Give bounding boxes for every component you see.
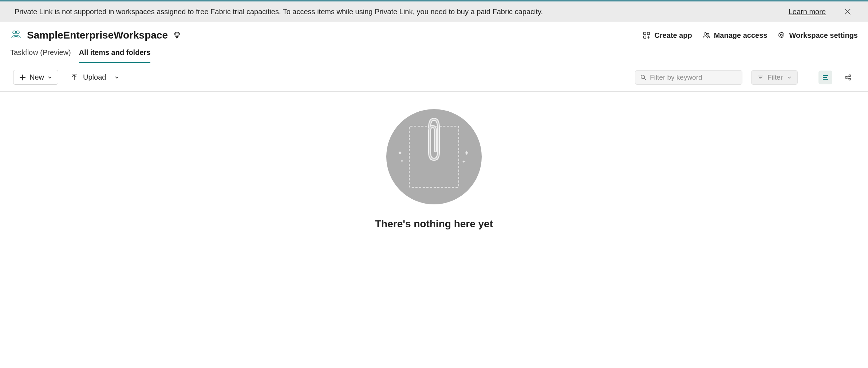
diamond-icon [173, 31, 181, 39]
filter-button[interactable]: Filter [751, 70, 798, 85]
header-actions: Create app Manage access Workspace setti… [643, 31, 858, 40]
upload-button[interactable]: Upload [67, 70, 123, 84]
banner-close-button[interactable] [842, 6, 853, 17]
empty-state-title: There's nothing here yet [375, 218, 493, 230]
chevron-down-icon [115, 75, 119, 80]
toolbar-divider [808, 72, 808, 83]
svg-point-16 [781, 34, 783, 36]
svg-rect-10 [647, 32, 650, 35]
chevron-down-icon [48, 75, 52, 80]
new-button-label: New [29, 73, 44, 81]
svg-point-14 [704, 33, 706, 35]
tab-bar: Taskflow (Preview) All items and folders [0, 44, 868, 63]
people-icon [702, 31, 710, 39]
tab-all-items[interactable]: All items and folders [79, 48, 151, 63]
workspace-icon [10, 29, 22, 41]
empty-state-illustration: ✦ ✦ ✦ ✦ [386, 109, 482, 204]
list-icon [822, 74, 829, 81]
filter-keyword-input[interactable] [650, 73, 737, 81]
tab-taskflow[interactable]: Taskflow (Preview) [10, 48, 71, 63]
dashed-document-icon [409, 126, 459, 188]
sparkle-icon: ✦ [400, 159, 404, 164]
plus-icon [19, 74, 26, 81]
create-app-label: Create app [654, 31, 692, 40]
toolbar: New Upload Filter [0, 63, 868, 92]
gear-icon [777, 31, 785, 39]
svg-line-32 [847, 76, 849, 77]
svg-line-22 [644, 78, 646, 80]
empty-state: ✦ ✦ ✦ ✦ There's nothing here yet [0, 92, 868, 230]
app-icon [643, 31, 651, 39]
list-view-button[interactable] [818, 71, 832, 84]
sparkle-icon: ✦ [397, 149, 403, 157]
filter-icon [757, 75, 763, 80]
svg-point-21 [641, 75, 644, 79]
banner-learn-more-link[interactable]: Learn more [789, 8, 826, 16]
notification-banner: Private Link is not supported in workspa… [0, 1, 868, 22]
svg-point-2 [13, 31, 16, 34]
svg-point-3 [16, 31, 19, 34]
new-button[interactable]: New [13, 70, 58, 85]
manage-access-label: Manage access [714, 31, 768, 40]
close-icon [844, 8, 851, 15]
svg-line-33 [847, 78, 849, 79]
svg-point-15 [707, 33, 709, 36]
banner-message: Private Link is not supported in workspa… [15, 8, 780, 16]
chevron-down-icon [787, 75, 792, 80]
workspace-header: SampleEnterpriseWorkspace Create app [0, 22, 868, 44]
workspace-settings-label: Workspace settings [789, 31, 858, 40]
manage-access-button[interactable]: Manage access [702, 31, 768, 40]
workspace-settings-button[interactable]: Workspace settings [777, 31, 858, 40]
svg-rect-9 [644, 32, 646, 35]
svg-rect-11 [644, 36, 646, 38]
workspace-title: SampleEnterpriseWorkspace [27, 29, 168, 41]
upload-icon [71, 74, 78, 81]
sparkle-icon: ✦ [462, 159, 466, 164]
upload-label: Upload [83, 73, 106, 81]
filter-button-label: Filter [768, 73, 783, 81]
graph-icon [844, 74, 852, 81]
search-icon [640, 74, 646, 81]
filter-keyword-input-wrapper[interactable] [635, 70, 742, 85]
sparkle-icon: ✦ [464, 149, 469, 157]
create-app-button[interactable]: Create app [643, 31, 692, 40]
paperclip-icon [423, 116, 445, 167]
lineage-view-button[interactable] [841, 71, 855, 84]
